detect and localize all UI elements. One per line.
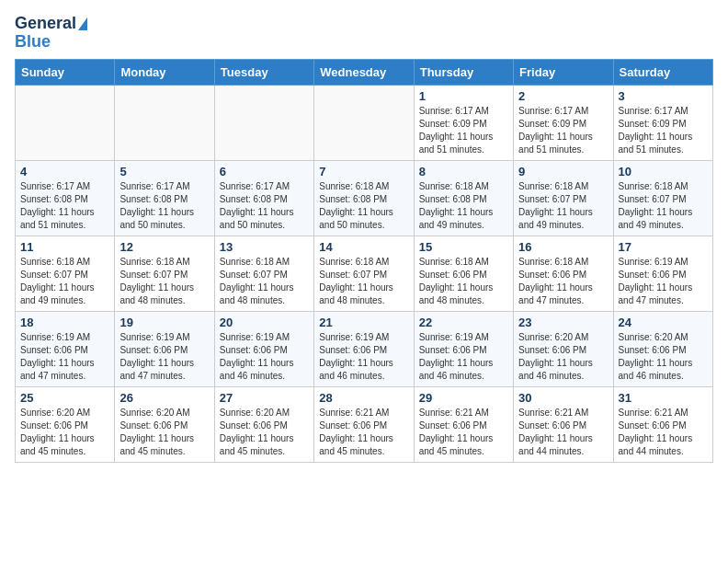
calendar-cell [115,85,214,160]
logo-text-blue: Blue [15,33,51,52]
logo: General Blue [15,15,87,52]
day-number: 18 [20,316,109,329]
day-info: Sunrise: 6:18 AM Sunset: 6:07 PM Dayligh… [619,180,708,232]
day-number: 5 [119,165,209,178]
calendar-cell: 8Sunrise: 6:18 AM Sunset: 6:08 PM Daylig… [414,160,513,236]
day-info: Sunrise: 6:20 AM Sunset: 6:06 PM Dayligh… [619,331,708,383]
day-info: Sunrise: 6:20 AM Sunset: 6:06 PM Dayligh… [20,407,109,458]
day-info: Sunrise: 6:18 AM Sunset: 6:06 PM Dayligh… [419,256,508,307]
day-number: 24 [619,316,708,329]
day-info: Sunrise: 6:18 AM Sunset: 6:07 PM Dayligh… [119,256,209,307]
calendar-cell: 29Sunrise: 6:21 AM Sunset: 6:06 PM Dayli… [414,386,513,462]
day-number: 20 [220,316,309,329]
day-info: Sunrise: 6:19 AM Sunset: 6:06 PM Dayligh… [20,331,109,383]
day-number: 12 [119,240,209,254]
day-number: 29 [419,391,508,405]
header-tuesday: Tuesday [214,59,313,85]
calendar-cell: 9Sunrise: 6:18 AM Sunset: 6:07 PM Daylig… [514,160,613,236]
day-number: 8 [419,165,508,178]
week-row-1: 1Sunrise: 6:17 AM Sunset: 6:09 PM Daylig… [16,85,713,160]
day-number: 27 [220,391,309,405]
day-info: Sunrise: 6:18 AM Sunset: 6:06 PM Dayligh… [518,256,608,307]
day-number: 10 [619,165,708,178]
calendar-cell: 16Sunrise: 6:18 AM Sunset: 6:06 PM Dayli… [514,236,613,311]
day-number: 22 [419,316,508,329]
logo-text-general: General [15,15,76,33]
week-row-2: 4Sunrise: 6:17 AM Sunset: 6:08 PM Daylig… [16,160,713,236]
day-info: Sunrise: 6:21 AM Sunset: 6:06 PM Dayligh… [419,407,508,458]
day-number: 4 [20,165,109,178]
day-info: Sunrise: 6:19 AM Sunset: 6:06 PM Dayligh… [119,331,209,383]
calendar-cell: 14Sunrise: 6:18 AM Sunset: 6:07 PM Dayli… [314,236,414,311]
calendar-cell: 26Sunrise: 6:20 AM Sunset: 6:06 PM Dayli… [115,386,214,462]
day-info: Sunrise: 6:17 AM Sunset: 6:09 PM Dayligh… [518,105,608,156]
calendar-cell [16,85,115,160]
day-info: Sunrise: 6:18 AM Sunset: 6:08 PM Dayligh… [419,180,508,232]
day-info: Sunrise: 6:19 AM Sunset: 6:06 PM Dayligh… [220,331,309,383]
calendar-cell: 17Sunrise: 6:19 AM Sunset: 6:06 PM Dayli… [613,236,712,311]
calendar-cell: 18Sunrise: 6:19 AM Sunset: 6:06 PM Dayli… [16,311,115,386]
week-row-3: 11Sunrise: 6:18 AM Sunset: 6:07 PM Dayli… [16,236,713,311]
day-number: 13 [220,240,309,254]
day-info: Sunrise: 6:19 AM Sunset: 6:06 PM Dayligh… [419,331,508,383]
calendar-cell: 11Sunrise: 6:18 AM Sunset: 6:07 PM Dayli… [16,236,115,311]
day-info: Sunrise: 6:21 AM Sunset: 6:06 PM Dayligh… [319,407,408,458]
day-info: Sunrise: 6:21 AM Sunset: 6:06 PM Dayligh… [619,407,708,458]
calendar-cell: 23Sunrise: 6:20 AM Sunset: 6:06 PM Dayli… [514,311,613,386]
day-info: Sunrise: 6:21 AM Sunset: 6:06 PM Dayligh… [518,407,608,458]
day-number: 15 [419,240,508,254]
day-info: Sunrise: 6:20 AM Sunset: 6:06 PM Dayligh… [518,331,608,383]
day-info: Sunrise: 6:20 AM Sunset: 6:06 PM Dayligh… [220,407,309,458]
day-info: Sunrise: 6:19 AM Sunset: 6:06 PM Dayligh… [319,331,408,383]
calendar-cell: 5Sunrise: 6:17 AM Sunset: 6:08 PM Daylig… [115,160,214,236]
logo-icon [78,17,87,30]
day-info: Sunrise: 6:17 AM Sunset: 6:09 PM Dayligh… [419,105,508,156]
calendar-cell: 20Sunrise: 6:19 AM Sunset: 6:06 PM Dayli… [214,311,313,386]
calendar-cell: 21Sunrise: 6:19 AM Sunset: 6:06 PM Dayli… [314,311,414,386]
day-info: Sunrise: 6:17 AM Sunset: 6:08 PM Dayligh… [119,180,209,232]
header-thursday: Thursday [414,59,513,85]
calendar-cell: 12Sunrise: 6:18 AM Sunset: 6:07 PM Dayli… [115,236,214,311]
day-info: Sunrise: 6:18 AM Sunset: 6:07 PM Dayligh… [518,180,608,232]
day-number: 19 [119,316,209,329]
calendar-cell: 4Sunrise: 6:17 AM Sunset: 6:08 PM Daylig… [16,160,115,236]
day-number: 21 [319,316,408,329]
day-number: 25 [20,391,109,405]
day-info: Sunrise: 6:17 AM Sunset: 6:08 PM Dayligh… [20,180,109,232]
calendar-cell: 13Sunrise: 6:18 AM Sunset: 6:07 PM Dayli… [214,236,313,311]
calendar-cell: 24Sunrise: 6:20 AM Sunset: 6:06 PM Dayli… [613,311,712,386]
calendar-cell [214,85,313,160]
day-number: 3 [619,89,708,103]
day-number: 16 [518,240,608,254]
calendar-cell: 31Sunrise: 6:21 AM Sunset: 6:06 PM Dayli… [613,386,712,462]
day-info: Sunrise: 6:18 AM Sunset: 6:07 PM Dayligh… [319,256,408,307]
day-info: Sunrise: 6:17 AM Sunset: 6:09 PM Dayligh… [619,105,708,156]
calendar-cell: 19Sunrise: 6:19 AM Sunset: 6:06 PM Dayli… [115,311,214,386]
week-row-4: 18Sunrise: 6:19 AM Sunset: 6:06 PM Dayli… [16,311,713,386]
calendar-cell: 27Sunrise: 6:20 AM Sunset: 6:06 PM Dayli… [214,386,313,462]
calendar-cell: 7Sunrise: 6:18 AM Sunset: 6:08 PM Daylig… [314,160,414,236]
day-number: 31 [619,391,708,405]
day-number: 1 [419,89,508,103]
calendar-cell: 2Sunrise: 6:17 AM Sunset: 6:09 PM Daylig… [514,85,613,160]
calendar-cell: 28Sunrise: 6:21 AM Sunset: 6:06 PM Dayli… [314,386,414,462]
header-sunday: Sunday [16,59,115,85]
calendar-cell: 1Sunrise: 6:17 AM Sunset: 6:09 PM Daylig… [414,85,513,160]
calendar-cell: 22Sunrise: 6:19 AM Sunset: 6:06 PM Dayli… [414,311,513,386]
day-number: 30 [518,391,608,405]
day-number: 9 [518,165,608,178]
day-number: 17 [619,240,708,254]
day-info: Sunrise: 6:18 AM Sunset: 6:07 PM Dayligh… [20,256,109,307]
day-info: Sunrise: 6:20 AM Sunset: 6:06 PM Dayligh… [119,407,209,458]
day-number: 23 [518,316,608,329]
day-number: 14 [319,240,408,254]
week-row-5: 25Sunrise: 6:20 AM Sunset: 6:06 PM Dayli… [16,386,713,462]
day-info: Sunrise: 6:18 AM Sunset: 6:07 PM Dayligh… [220,256,309,307]
header-wednesday: Wednesday [314,59,414,85]
header-monday: Monday [115,59,214,85]
header-friday: Friday [514,59,613,85]
calendar-cell: 30Sunrise: 6:21 AM Sunset: 6:06 PM Dayli… [514,386,613,462]
day-info: Sunrise: 6:19 AM Sunset: 6:06 PM Dayligh… [619,256,708,307]
day-number: 28 [319,391,408,405]
calendar-cell: 3Sunrise: 6:17 AM Sunset: 6:09 PM Daylig… [613,85,712,160]
